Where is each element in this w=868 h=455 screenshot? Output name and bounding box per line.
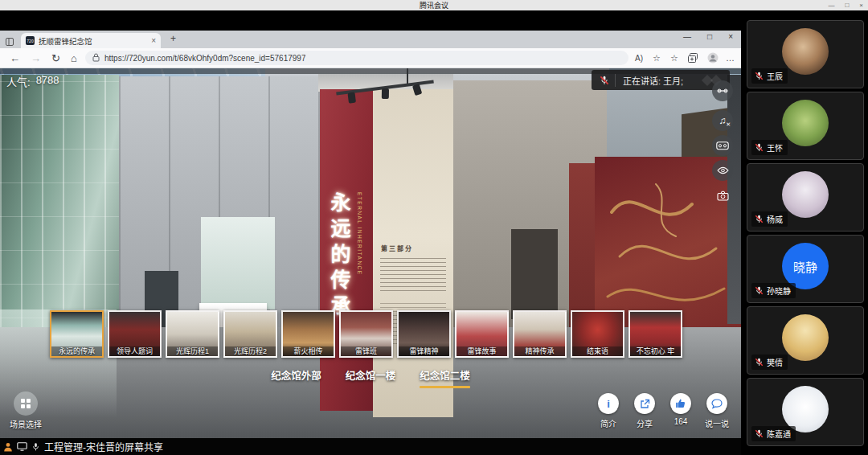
camera-icon (717, 191, 729, 201)
participant-name: 孙晓静 (767, 285, 791, 297)
participant-tile[interactable]: 王怀 (747, 92, 864, 160)
mic-muted-icon (755, 358, 764, 367)
virtual-tour-page: 永远的传承 ETERNAL INHERITANCE 第三部分 人气: 8788 (0, 68, 741, 438)
scene-select-label: 场景选择 (4, 418, 47, 430)
home-button[interactable]: ⌂ (71, 51, 77, 65)
participant-name: 杨威 (767, 213, 783, 225)
screen-icon (17, 442, 27, 451)
lock-icon (92, 51, 100, 65)
avatar (782, 100, 829, 146)
pan-handle-button[interactable] (712, 80, 733, 101)
scene-thumbnail[interactable]: 不忘初心 牢 (628, 310, 682, 358)
tab-second-floor[interactable]: 纪念馆二楼 (418, 367, 472, 388)
participant-nameplate: 王辰 (751, 68, 788, 84)
browser-maximize-button[interactable]: □ (707, 32, 712, 41)
mic-muted-icon (755, 429, 764, 438)
mic-muted-icon (592, 76, 615, 85)
address-bar[interactable]: https://720yun.com/t/68vkOhfy0dm?scene_i… (85, 51, 628, 65)
tab-actions-icon[interactable] (6, 35, 14, 49)
info-icon: i (598, 393, 619, 414)
profile-avatar-icon[interactable] (707, 52, 719, 68)
browser-tab[interactable]: 720 抚顺雷锋纪念馆 × (21, 33, 161, 48)
participant-tile[interactable]: 杨威 (747, 163, 864, 232)
scene-label: 领导人题词 (109, 346, 160, 356)
participant-name: 王怀 (767, 141, 783, 154)
tour-action-bar: i 简介 分享 164 (595, 393, 731, 429)
tab-close-icon[interactable]: × (151, 36, 156, 45)
music-toggle-button[interactable]: ♫ ✕ (712, 110, 733, 131)
new-tab-button[interactable]: + (170, 33, 176, 44)
participant-name: 陈嘉通 (767, 428, 791, 440)
scene-thumbnail[interactable]: 永远的传承 (50, 310, 104, 358)
tab-favicon: 720 (26, 36, 35, 45)
info-button[interactable]: i 简介 (595, 393, 622, 429)
scene-select-button[interactable]: 场景选择 (4, 391, 47, 430)
favorites-hub-icon[interactable]: ☆ (670, 51, 678, 65)
read-aloud-icon[interactable]: A) (635, 51, 643, 65)
scene-thumbnail[interactable]: 薪火相传 (281, 310, 335, 358)
thumbs-up-icon (675, 398, 686, 409)
vr-mode-button[interactable] (712, 135, 733, 156)
scene-thumbnail[interactable]: 结束语 (571, 310, 624, 358)
like-button[interactable]: 164 (667, 393, 694, 429)
browser-tabstrip: 720 抚顺雷锋纪念馆 × + — □ × (0, 31, 741, 48)
scene-label: 光辉历程2 (225, 346, 276, 356)
forward-button[interactable]: → (31, 51, 41, 65)
scene-label: 雷锋班 (341, 346, 391, 356)
browser-close-button[interactable]: × (728, 32, 733, 41)
more-menu-icon[interactable]: … (726, 51, 735, 65)
tab-exterior[interactable]: 纪念馆外部 (269, 367, 323, 388)
panel-text-lines (380, 258, 446, 291)
pillar-subtitle: ETERNAL INHERITANCE (357, 192, 362, 276)
comment-icon (711, 399, 723, 409)
close-button[interactable]: × (859, 0, 863, 10)
browser-toolbar: ← → ↻ ⌂ https://720yun.com/t/68vkOhfy0dm… (0, 48, 741, 68)
scene-thumbnail[interactable]: 光辉历程1 (166, 310, 219, 358)
participant-nameplate: 杨威 (751, 211, 788, 227)
participant-tile[interactable]: 晓静 孙晓静 (747, 235, 864, 303)
scene-thumbnail[interactable]: 雷锋精神 (397, 310, 451, 358)
avatar (782, 28, 829, 75)
participant-tile[interactable]: 王辰 (747, 20, 864, 88)
share-mic-icon (31, 442, 40, 452)
scene-thumbnail[interactable]: 雷锋故事 (455, 310, 509, 358)
scene-thumbnail[interactable]: 领导人题词 (108, 310, 162, 358)
presenter-icon (3, 442, 13, 452)
popularity-label: 人气: (6, 74, 31, 89)
scene-thumbnail[interactable]: 光辉历程2 (223, 310, 277, 358)
collections-icon[interactable] (688, 53, 698, 67)
speaking-text: 正在讲话: 王月; (615, 74, 683, 87)
participant-name: 王辰 (767, 70, 783, 82)
add-favorite-icon[interactable]: ☆ (653, 51, 661, 65)
maximize-button[interactable]: □ (845, 0, 849, 10)
refresh-button[interactable]: ↻ (51, 51, 60, 65)
share-icon (640, 399, 650, 409)
tab-first-floor[interactable]: 纪念馆一楼 (344, 367, 398, 388)
participant-tile[interactable]: 陈嘉通 (747, 378, 864, 446)
participant-nameplate: 王怀 (751, 140, 788, 155)
action-label: 说一说 (703, 417, 731, 429)
avatar (782, 314, 829, 361)
scene-label: 雷锋精神 (399, 346, 449, 356)
eye-icon (717, 166, 729, 174)
drag-handle-icon (717, 88, 728, 94)
music-off-x: ✕ (726, 121, 731, 128)
participant-tile[interactable]: 樊倩 (747, 306, 864, 375)
mic-muted-icon (755, 286, 764, 295)
tab-title: 抚顺雷锋纪念馆 (39, 35, 147, 47)
mic-muted-icon (755, 72, 764, 80)
scene-thumbnail[interactable]: 精神传承 (513, 310, 567, 358)
scene-thumbnail[interactable]: 雷锋班 (339, 310, 393, 358)
mic-muted-icon (755, 215, 764, 223)
comment-button[interactable]: 说一说 (703, 393, 731, 429)
popularity-value: 8788 (36, 74, 59, 89)
participant-nameplate: 樊倩 (751, 355, 788, 370)
capture-button[interactable] (712, 185, 733, 206)
scene-label: 不忘初心 牢 (630, 346, 681, 356)
view-toggle-button[interactable] (712, 160, 733, 181)
back-button[interactable]: ← (10, 51, 20, 65)
browser-minimize-button[interactable]: — (683, 32, 691, 41)
share-button[interactable]: 分享 (631, 393, 658, 429)
minimize-button[interactable]: — (828, 0, 834, 10)
vr-goggles-icon (716, 141, 729, 150)
